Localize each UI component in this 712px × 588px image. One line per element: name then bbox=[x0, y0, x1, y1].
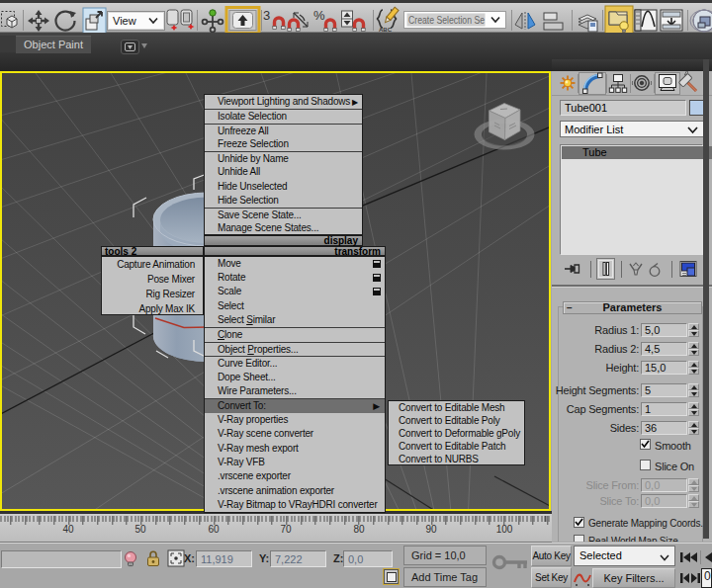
svg-text:3: 3 bbox=[263, 8, 270, 23]
svg-text:Create Selection Se: Create Selection Se bbox=[408, 15, 485, 26]
svg-text:View: View bbox=[113, 15, 136, 27]
svg-text:%: % bbox=[313, 8, 325, 23]
